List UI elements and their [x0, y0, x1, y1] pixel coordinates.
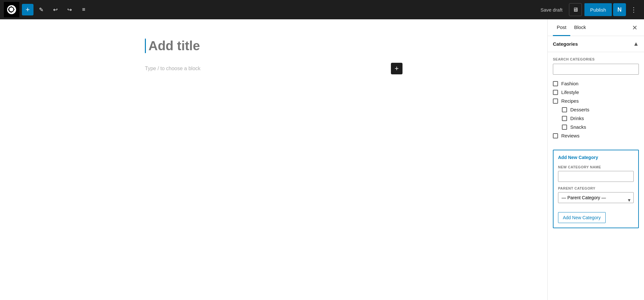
main-layout: Type / to choose a block + Post Block ✕ …	[0, 19, 644, 300]
tab-block[interactable]: Block	[570, 19, 590, 36]
undo-icon: ↩	[53, 6, 58, 13]
plus-inline-icon: +	[395, 64, 399, 73]
sidebar: Post Block ✕ Categories ▲ SEARCH CATEGOR…	[547, 19, 644, 300]
add-block-toolbar-button[interactable]: +	[22, 4, 33, 15]
categories-header[interactable]: Categories ▲	[548, 36, 644, 52]
options-button[interactable]: ⋮	[627, 3, 640, 16]
category-checkbox-fashion[interactable]	[553, 81, 558, 86]
sidebar-close-button[interactable]: ✕	[631, 23, 639, 33]
list-item: Reviews	[553, 131, 639, 140]
list-item: Recipes	[553, 97, 639, 105]
list-icon: ≡	[82, 6, 85, 13]
editor-area: Type / to choose a block +	[0, 19, 547, 300]
category-label-desserts[interactable]: Desserts	[570, 107, 589, 112]
category-checkbox-desserts[interactable]	[562, 107, 567, 112]
n-label: N	[618, 6, 622, 13]
post-title-input[interactable]	[145, 39, 402, 53]
monitor-icon: 🖥	[573, 6, 578, 13]
category-checkbox-recipes[interactable]	[553, 98, 558, 104]
list-item: Lifestyle	[553, 88, 639, 97]
search-categories-label: SEARCH CATEGORIES	[553, 57, 639, 61]
category-checkbox-reviews[interactable]	[553, 133, 558, 138]
undo-button[interactable]: ↩	[49, 3, 62, 16]
n-avatar-button[interactable]: N	[613, 3, 626, 16]
block-placeholder: Type / to choose a block +	[145, 63, 402, 74]
category-checkbox-drinks[interactable]	[562, 116, 567, 121]
new-category-name-label: NEW CATEGORY NAME	[558, 165, 634, 169]
wp-logo	[4, 2, 19, 17]
block-placeholder-text: Type / to choose a block	[145, 66, 201, 71]
plus-icon: +	[26, 5, 30, 14]
pencil-icon: ✎	[39, 6, 43, 13]
category-checkbox-lifestyle[interactable]	[553, 90, 558, 95]
wp-logo-icon	[7, 5, 16, 14]
list-item: Snacks	[553, 123, 639, 131]
publish-button[interactable]: Publish	[584, 3, 612, 16]
preview-button[interactable]: 🖥	[569, 3, 582, 16]
category-label-recipes[interactable]: Recipes	[561, 98, 579, 104]
tools-button[interactable]: ≡	[77, 3, 90, 16]
category-checkbox-snacks[interactable]	[562, 125, 567, 130]
add-new-category-link[interactable]: Add New Category	[558, 155, 634, 160]
parent-category-select[interactable]: — Parent Category — Fashion Lifestyle Re…	[558, 192, 634, 203]
list-item: Drinks	[553, 114, 639, 123]
category-label-drinks[interactable]: Drinks	[570, 116, 584, 121]
edit-mode-button[interactable]: ✎	[35, 3, 48, 16]
ellipsis-icon: ⋮	[630, 6, 637, 14]
new-category-name-input[interactable]	[558, 171, 634, 182]
search-categories-input[interactable]	[553, 64, 639, 75]
categories-title: Categories	[553, 41, 578, 47]
parent-category-select-wrapper: — Parent Category — Fashion Lifestyle Re…	[558, 192, 634, 208]
sidebar-tabs: Post Block ✕	[548, 19, 644, 36]
categories-content: SEARCH CATEGORIES Fashion Lifestyle Reci…	[548, 52, 644, 150]
redo-icon: ↪	[67, 6, 72, 13]
categories-section: Categories ▲ SEARCH CATEGORIES Fashion L…	[548, 36, 644, 233]
toolbar: + ✎ ↩ ↪ ≡ Save draft 🖥 Publish N ⋮	[0, 0, 644, 19]
add-new-category-panel: Add New Category NEW CATEGORY NAME PAREN…	[553, 150, 639, 228]
list-item: Fashion	[553, 79, 639, 88]
redo-button[interactable]: ↪	[63, 3, 76, 16]
category-label-reviews[interactable]: Reviews	[561, 133, 580, 138]
category-label-fashion[interactable]: Fashion	[561, 81, 578, 86]
save-draft-button[interactable]: Save draft	[536, 5, 566, 15]
category-label-snacks[interactable]: Snacks	[570, 124, 586, 130]
category-label-lifestyle[interactable]: Lifestyle	[561, 89, 579, 95]
add-new-category-button[interactable]: Add New Category	[558, 212, 606, 223]
list-item: Desserts	[553, 105, 639, 114]
tab-post[interactable]: Post	[553, 19, 570, 36]
editor-content: Type / to choose a block +	[145, 39, 402, 281]
category-list: Fashion Lifestyle Recipes Desserts	[553, 79, 639, 140]
parent-category-label: PARENT CATEGORY	[558, 186, 634, 190]
add-block-inline-button[interactable]: +	[391, 63, 402, 74]
categories-toggle-icon: ▲	[633, 41, 639, 47]
